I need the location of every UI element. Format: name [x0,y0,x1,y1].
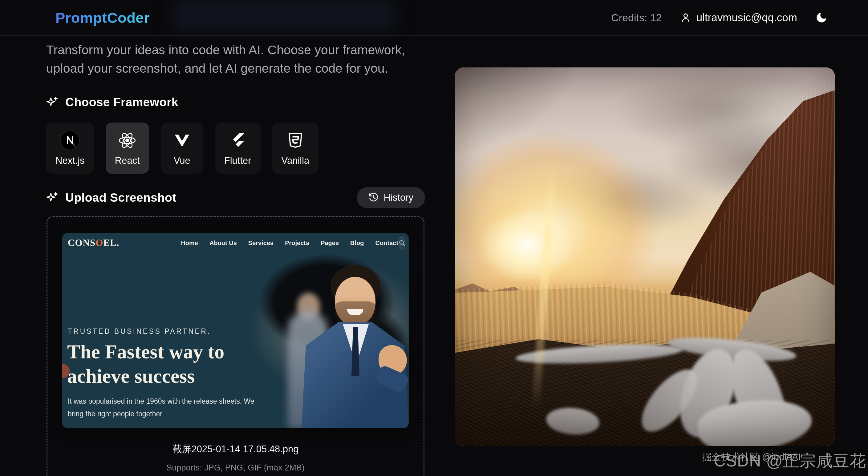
supported-formats-hint: Supports: JPG, PNG, GIF (max 2MB) [166,463,305,473]
html5-icon [285,131,305,150]
intro-text: Transform your ideas into code with AI. … [46,41,433,77]
history-label: History [384,192,413,203]
framework-option-vue[interactable]: Vue [161,123,203,173]
credits-counter: Credits: 12 [611,12,662,24]
app-root: PromptCoder Credits: 12 ultravmusic@qq.c… [0,0,868,476]
dark-mode-toggle[interactable] [815,11,828,24]
preview-site-logo: CONSOEL. [68,237,119,249]
framework-option-react[interactable]: React [106,123,149,173]
choose-framework-heading: Choose Framework [46,95,178,109]
user-email: ultravmusic@qq.com [696,11,797,24]
framework-option-vanilla[interactable]: Vanilla [272,123,319,173]
upload-section-header: Upload Screenshot History [46,187,425,208]
preview-tagline: TRUSTED BUSINESS PARTNER. [68,327,211,336]
sparkle-icon [46,191,59,204]
uploaded-file-name: 截屏2025-01-14 17.05.48.png [172,443,299,456]
flutter-icon [228,131,248,150]
preview-nav-home: Home [181,240,198,247]
upload-screenshot-heading: Upload Screenshot [46,191,177,204]
blurred-watermark-remnant [173,0,394,31]
user-icon [680,12,691,23]
preview-title: The Fastest way to achieve success [67,340,224,388]
upload-screenshot-title: Upload Screenshot [65,191,177,204]
account-menu[interactable]: ultravmusic@qq.com [680,11,797,24]
header-right-group: Credits: 12 ultravmusic@qq.com [611,11,828,24]
vue-icon [172,131,192,150]
history-icon [368,192,379,203]
sparkle-icon [46,96,59,108]
react-icon [117,131,137,150]
nextjs-icon: N [60,131,80,150]
framework-selector: N Next.js React Vue [46,123,318,173]
framework-option-nextjs[interactable]: N Next.js [46,123,94,173]
framework-option-flutter[interactable]: Flutter [215,123,260,173]
juejin-watermark: 掘金技术社区 @indieAI [702,451,801,464]
preview-hero: TRUSTED BUSINESS PARTNER. The Fastest wa… [62,253,409,428]
app-logo: PromptCoder [56,9,150,26]
history-button[interactable]: History [357,187,425,208]
uploaded-screenshot-preview: CONSOEL. Home About Us Services Projects… [62,233,409,428]
top-header: PromptCoder Credits: 12 ultravmusic@qq.c… [0,0,868,36]
preview-body-text: It was popularised in the 1960s with the… [68,395,254,420]
choose-framework-title: Choose Framework [65,95,178,109]
upload-dropzone[interactable]: CONSOEL. Home About Us Services Projects… [46,216,425,476]
businessman-figure [302,265,409,428]
preview-nav-about: About Us [210,240,237,247]
generated-landscape-image [455,67,835,446]
